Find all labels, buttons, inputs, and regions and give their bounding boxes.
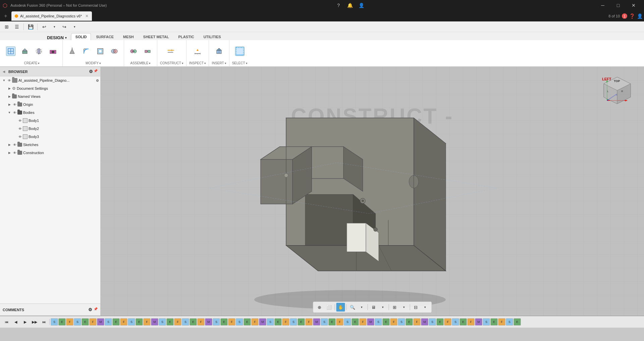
timeline-icon-1[interactable]: E — [58, 318, 66, 326]
timeline-next-button[interactable]: ▶▶ — [30, 318, 39, 326]
timeline-icon-42[interactable]: S — [375, 318, 382, 326]
timeline-prev-button[interactable]: ◀ — [11, 318, 20, 326]
comments-settings-icon[interactable]: ⚙ — [88, 307, 92, 312]
timeline-icon-60[interactable]: E — [514, 318, 521, 326]
timeline-icon-30[interactable]: F — [282, 318, 289, 326]
minimize-button[interactable]: ─ — [595, 0, 610, 11]
press-pull-button[interactable] — [65, 45, 79, 57]
timeline-icon-15[interactable]: E — [166, 318, 174, 326]
visibility-root[interactable]: 👁 — [7, 78, 12, 83]
timeline-icon-32[interactable]: E — [298, 318, 305, 326]
timeline-icon-35[interactable]: S — [321, 318, 328, 326]
home-button[interactable]: ⬜ — [325, 303, 333, 312]
viewcube[interactable]: TOP R L LEFT — [600, 74, 634, 107]
insert-mesh-button[interactable] — [212, 45, 226, 57]
hole-button[interactable] — [46, 45, 60, 57]
display-dropdown[interactable]: ▾ — [379, 303, 387, 312]
timeline-icon-24[interactable]: S — [236, 318, 243, 326]
timeline-icon-2[interactable]: F — [66, 318, 73, 326]
visibility-sketches[interactable]: 👁 — [12, 142, 17, 147]
visibility-body3[interactable]: 👁 — [17, 134, 23, 139]
apps-button[interactable]: ⊞ — [2, 22, 11, 31]
tab-utilities[interactable]: UTILITIES — [199, 33, 225, 40]
timeline-icon-4[interactable]: E — [82, 318, 89, 326]
joint-button[interactable] — [127, 45, 140, 57]
view-cube-dropdown[interactable]: ▾ — [421, 303, 430, 312]
tree-item-origin[interactable]: ▶ 👁 Origin — [0, 100, 100, 109]
timeline-icon-56[interactable]: S — [483, 318, 490, 326]
tree-item-body2[interactable]: 👁 Body2 — [0, 125, 100, 133]
tree-item-root[interactable]: ▼ 👁 AI_assisted_Pipeline_Diagno... ⚙ — [0, 76, 100, 84]
timeline-icon-29[interactable]: E — [274, 318, 282, 326]
new-tab-button[interactable]: + — [1, 12, 10, 20]
timeline-icon-57[interactable]: E — [490, 318, 498, 326]
timeline-icon-23[interactable]: F — [228, 318, 235, 326]
design-mode-button[interactable]: DESIGN ▾ — [44, 35, 70, 40]
3d-viewport[interactable]: CONSTRUCT - — [101, 67, 644, 316]
timeline-first-button[interactable]: ⏮ — [2, 318, 11, 326]
tree-toggle-origin[interactable]: ▶ — [7, 102, 12, 107]
timeline-icon-38[interactable]: S — [344, 318, 351, 326]
tree-item-sketches[interactable]: ▶ 👁 Sketches — [0, 141, 100, 149]
tab-close-button[interactable]: ✕ — [85, 14, 89, 18]
timeline-icon-12[interactable]: F — [143, 318, 151, 326]
timeline-icon-14[interactable]: S — [159, 318, 166, 326]
browser-collapse-icon[interactable]: ◀ — [3, 70, 5, 73]
timeline-icon-17[interactable]: S — [182, 318, 189, 326]
browser-settings-icon[interactable]: ⚙ — [89, 69, 93, 74]
zoom-dropdown[interactable]: ▾ — [358, 303, 366, 312]
timeline-icon-25[interactable]: E — [244, 318, 251, 326]
tree-item-body3[interactable]: 👁 Body3 — [0, 133, 100, 141]
visibility-bodies[interactable]: 👁 — [12, 110, 17, 115]
redo-dropdown[interactable]: ▾ — [70, 22, 79, 31]
visibility-construction[interactable]: 👁 — [12, 150, 17, 155]
timeline-icon-26[interactable]: F — [251, 318, 259, 326]
maximize-button[interactable]: □ — [610, 0, 626, 11]
timeline-icon-33[interactable]: F — [305, 318, 313, 326]
tab-solid[interactable]: SOLID — [71, 33, 91, 40]
timeline-icon-37[interactable]: F — [336, 318, 343, 326]
timeline-icon-41[interactable]: M — [367, 318, 374, 326]
document-tab-active[interactable]: AI_assisted_Pipeline_Diagnostics v6* ✕ — [11, 11, 92, 21]
timeline-icon-53[interactable]: E — [460, 318, 467, 326]
orbit-button[interactable]: ⊕ — [315, 303, 324, 312]
browser-pin-icon[interactable]: 📌 — [94, 69, 98, 74]
timeline-icon-3[interactable]: S — [74, 318, 81, 326]
zoom-button[interactable]: 🔍 — [348, 303, 357, 312]
undo-dropdown[interactable]: ▾ — [50, 22, 59, 31]
tree-toggle-root[interactable]: ▼ — [1, 78, 7, 83]
timeline-icon-52[interactable]: S — [452, 318, 459, 326]
timeline-icon-54[interactable]: F — [467, 318, 475, 326]
timeline-icon-49[interactable]: S — [429, 318, 436, 326]
timeline-icon-27[interactable]: M — [259, 318, 266, 326]
help-button[interactable]: ? — [333, 1, 343, 10]
extrude-button[interactable] — [18, 45, 32, 57]
account-icon[interactable]: 👤 — [637, 13, 643, 19]
timeline-icon-21[interactable]: S — [213, 318, 220, 326]
menu-button[interactable]: ☰ — [12, 22, 21, 31]
timeline-icon-31[interactable]: S — [290, 318, 297, 326]
timeline-icon-51[interactable]: F — [444, 318, 451, 326]
timeline-icon-47[interactable]: F — [413, 318, 421, 326]
timeline-icon-36[interactable]: E — [328, 318, 336, 326]
timeline-icon-39[interactable]: E — [352, 318, 359, 326]
comments-pin-icon[interactable]: 📌 — [94, 307, 98, 312]
shell-button[interactable] — [94, 45, 107, 57]
timeline-icon-46[interactable]: E — [406, 318, 413, 326]
timeline-icon-43[interactable]: E — [382, 318, 390, 326]
timeline-icon-22[interactable]: E — [220, 318, 228, 326]
timeline-icon-45[interactable]: S — [398, 318, 405, 326]
grid-button[interactable]: ⊞ — [390, 303, 399, 312]
timeline-icon-59[interactable]: S — [506, 318, 513, 326]
timeline-icon-0[interactable]: S — [51, 318, 58, 326]
timeline-icon-50[interactable]: E — [436, 318, 444, 326]
combine-button[interactable] — [108, 45, 121, 57]
timeline-icon-28[interactable]: S — [267, 318, 274, 326]
visibility-body1[interactable]: 👁 — [17, 118, 23, 123]
timeline-icon-19[interactable]: F — [197, 318, 205, 326]
fillet-button[interactable] — [79, 45, 93, 57]
tree-toggle-bodies[interactable]: ▼ — [7, 110, 12, 115]
timeline-icon-48[interactable]: M — [421, 318, 428, 326]
tree-item-bodies[interactable]: ▼ 👁 Bodies — [0, 109, 100, 117]
timeline-icon-11[interactable]: E — [136, 318, 143, 326]
